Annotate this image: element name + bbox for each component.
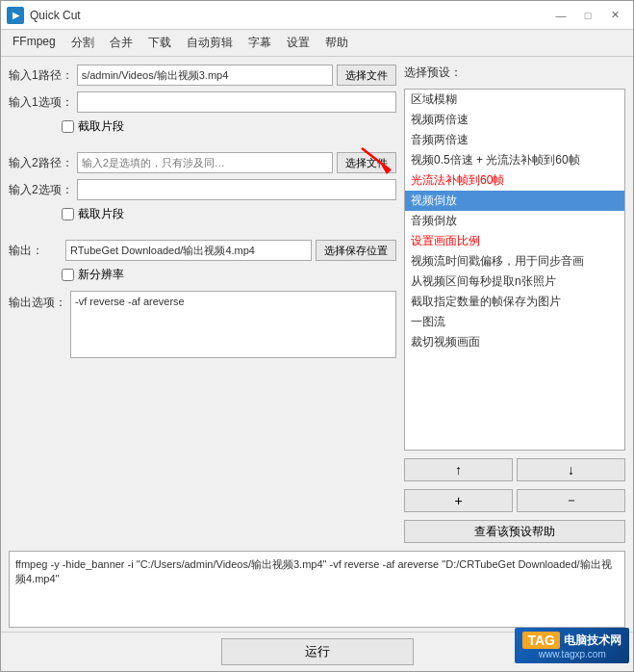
output-label: 输出： bbox=[9, 243, 62, 259]
watermark: TAG 电脑技术网 www.tagxp.com bbox=[515, 628, 629, 663]
new-resolution-label: 新分辨率 bbox=[78, 267, 124, 283]
preset-list[interactable]: 区域模糊 视频两倍速 音频两倍速 视频0.5倍速 + 光流法补帧到60帧 光流法… bbox=[404, 89, 625, 451]
input2-row: 输入2路径： 选择文件 bbox=[9, 152, 396, 173]
input1-field[interactable] bbox=[77, 65, 333, 86]
input2-options-field[interactable] bbox=[77, 179, 396, 200]
preset-item-reverse-video[interactable]: 视频倒放 bbox=[405, 191, 624, 211]
input1-row: 输入1路径： 选择文件 bbox=[9, 65, 396, 86]
preset-item-frames[interactable]: 截取指定数量的帧保存为图片 bbox=[405, 292, 624, 312]
preset-item-interp60[interactable]: 光流法补帧到60帧 bbox=[405, 170, 624, 191]
command-output: ffmpeg -y -hide_banner -i "C:/Users/admi… bbox=[9, 551, 625, 628]
preset-item-half-speed[interactable]: 视频0.5倍速 + 光流法补帧到60帧 bbox=[405, 150, 624, 170]
preset-item-aspect[interactable]: 设置画面比例 bbox=[405, 231, 624, 251]
watermark-site: 电脑技术网 bbox=[564, 633, 621, 649]
maximize-button[interactable]: □ bbox=[575, 6, 600, 25]
input2-options-row: 输入2选项： bbox=[9, 179, 396, 200]
preset-edit-buttons: + － bbox=[404, 489, 625, 512]
input2-clip-checkbox[interactable] bbox=[62, 208, 74, 220]
input1-clip-row: 截取片段 bbox=[62, 118, 396, 135]
watermark-url: www.tagxp.com bbox=[539, 649, 606, 659]
output-options-textarea[interactable]: -vf reverse -af areverse bbox=[70, 291, 396, 358]
preset-down-button[interactable]: ↓ bbox=[517, 458, 625, 481]
preset-item-slideshow[interactable]: 一图流 bbox=[405, 312, 624, 332]
menu-split[interactable]: 分割 bbox=[63, 32, 102, 54]
preset-item-2x-audio[interactable]: 音频两倍速 bbox=[405, 130, 624, 150]
output-options-label: 输出选项： bbox=[9, 291, 66, 311]
input2-clip-row: 截取片段 bbox=[62, 206, 396, 222]
input1-clip-label: 截取片段 bbox=[78, 118, 124, 135]
watermark-tag: TAG bbox=[522, 632, 560, 649]
output-options-area: 输出选项： -vf reverse -af areverse bbox=[9, 291, 396, 358]
title-bar: ▶ Quick Cut — □ ✕ bbox=[1, 1, 633, 30]
input1-select-button[interactable]: 选择文件 bbox=[337, 65, 396, 86]
input2-select-button[interactable]: 选择文件 bbox=[337, 152, 396, 173]
preset-item-extract[interactable]: 从视频区间每秒提取n张照片 bbox=[405, 271, 624, 292]
input2-field[interactable] bbox=[77, 152, 333, 173]
menu-subtitle[interactable]: 字幕 bbox=[241, 32, 279, 54]
preset-nav-buttons: ↑ ↓ bbox=[404, 458, 625, 481]
preset-add-button[interactable]: + bbox=[404, 489, 513, 512]
menu-help[interactable]: 帮助 bbox=[317, 32, 356, 54]
input1-options-row: 输入1选项： bbox=[9, 91, 396, 113]
preset-up-button[interactable]: ↑ bbox=[404, 458, 513, 481]
new-resolution-checkbox[interactable] bbox=[62, 269, 74, 281]
new-resolution-row: 新分辨率 bbox=[62, 267, 396, 283]
minimize-button[interactable]: — bbox=[548, 6, 573, 25]
preset-item-crop[interactable]: 裁切视频画面 bbox=[405, 332, 624, 352]
output-select-button[interactable]: 选择保存位置 bbox=[316, 240, 396, 261]
menu-download[interactable]: 下载 bbox=[140, 32, 179, 54]
input2-options-label: 输入2选项： bbox=[9, 182, 73, 198]
right-panel: 选择预设： 区域模糊 视频两倍速 音频两倍速 视频0.5倍速 + 光流法补帧到6… bbox=[404, 65, 625, 543]
input1-options-label: 输入1选项： bbox=[9, 94, 73, 111]
output-field[interactable] bbox=[65, 240, 312, 261]
app-icon: ▶ bbox=[7, 7, 24, 24]
content-area: 输入1路径： 选择文件 输入1选项： 截取片段 输入2路径： 选 bbox=[1, 57, 633, 551]
input1-options-field[interactable] bbox=[77, 91, 396, 113]
preset-item-blur[interactable]: 区域模糊 bbox=[405, 90, 624, 110]
preset-help-button[interactable]: 查看该预设帮助 bbox=[404, 520, 625, 543]
run-button[interactable]: 运行 bbox=[221, 638, 414, 665]
menu-ffmpeg[interactable]: FFmpeg bbox=[5, 32, 63, 54]
input1-clip-checkbox[interactable] bbox=[62, 120, 74, 133]
preset-item-reverse-audio[interactable]: 音频倒放 bbox=[405, 211, 624, 231]
window-controls: — □ ✕ bbox=[548, 6, 627, 25]
menu-settings[interactable]: 设置 bbox=[279, 32, 317, 54]
close-button[interactable]: ✕ bbox=[602, 6, 627, 25]
menu-bar: FFmpeg 分割 合并 下载 自动剪辑 字幕 设置 帮助 bbox=[1, 30, 633, 57]
preset-remove-button[interactable]: － bbox=[517, 489, 625, 512]
output-row: 输出： 选择保存位置 bbox=[9, 240, 396, 261]
input1-label: 输入1路径： bbox=[9, 67, 73, 84]
menu-merge[interactable]: 合并 bbox=[102, 32, 140, 54]
input2-clip-label: 截取片段 bbox=[78, 206, 124, 222]
window-title: Quick Cut bbox=[30, 9, 81, 22]
preset-item-timestamp[interactable]: 视频流时间戳偏移，用于同步音画 bbox=[405, 251, 624, 271]
preset-item-2x-video[interactable]: 视频两倍速 bbox=[405, 110, 624, 130]
input2-label: 输入2路径： bbox=[9, 155, 73, 171]
left-panel: 输入1路径： 选择文件 输入1选项： 截取片段 输入2路径： 选 bbox=[9, 65, 396, 543]
menu-auto-edit[interactable]: 自动剪辑 bbox=[179, 32, 241, 54]
command-section: ffmpeg -y -hide_banner -i "C:/Users/admi… bbox=[9, 551, 625, 628]
preset-label: 选择预设： bbox=[404, 65, 625, 81]
